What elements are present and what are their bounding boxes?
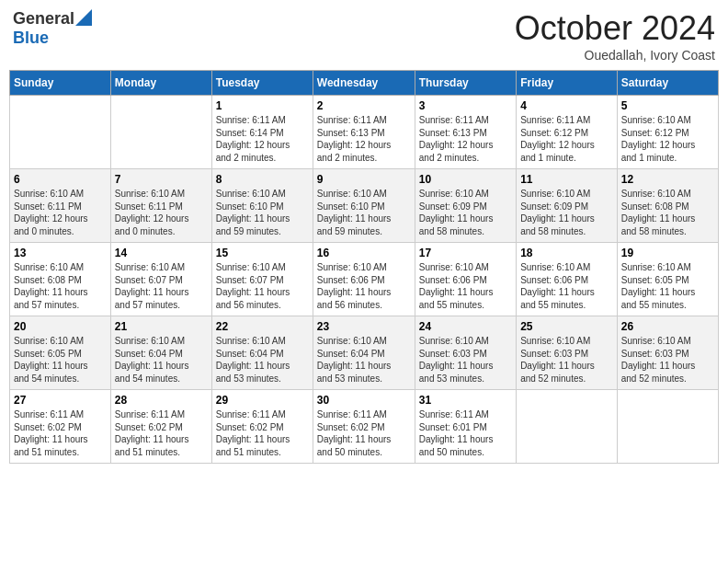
calendar-cell: 19Sunrise: 6:10 AMSunset: 6:05 PMDayligh… bbox=[617, 243, 718, 316]
day-detail: Sunrise: 6:10 AMSunset: 6:03 PMDaylight:… bbox=[621, 335, 714, 385]
calendar-table: SundayMondayTuesdayWednesdayThursdayFrid… bbox=[9, 70, 719, 464]
day-number: 25 bbox=[520, 320, 613, 333]
day-number: 30 bbox=[317, 394, 411, 407]
calendar-cell: 22Sunrise: 6:10 AMSunset: 6:04 PMDayligh… bbox=[211, 316, 313, 390]
calendar-week-3: 13Sunrise: 6:10 AMSunset: 6:08 PMDayligh… bbox=[10, 243, 719, 316]
month-title: October 2024 bbox=[515, 9, 715, 48]
calendar-cell: 13Sunrise: 6:10 AMSunset: 6:08 PMDayligh… bbox=[10, 243, 111, 316]
day-header-sunday: Sunday bbox=[10, 71, 111, 96]
day-detail: Sunrise: 6:11 AMSunset: 6:12 PMDaylight:… bbox=[520, 114, 613, 164]
day-detail: Sunrise: 6:11 AMSunset: 6:01 PMDaylight:… bbox=[419, 408, 512, 458]
calendar-cell: 20Sunrise: 6:10 AMSunset: 6:05 PMDayligh… bbox=[10, 316, 111, 390]
day-detail: Sunrise: 6:10 AMSunset: 6:09 PMDaylight:… bbox=[520, 188, 613, 237]
logo: General Blue bbox=[13, 9, 92, 48]
day-header-thursday: Thursday bbox=[415, 71, 516, 96]
location-subtitle: Ouedallah, Ivory Coast bbox=[515, 48, 715, 63]
day-number: 11 bbox=[520, 173, 613, 186]
calendar-cell: 7Sunrise: 6:10 AMSunset: 6:11 PMDaylight… bbox=[110, 169, 211, 243]
day-number: 2 bbox=[317, 99, 411, 112]
day-number: 12 bbox=[621, 173, 714, 186]
calendar-cell: 26Sunrise: 6:10 AMSunset: 6:03 PMDayligh… bbox=[617, 316, 718, 390]
day-number: 16 bbox=[317, 247, 411, 259]
calendar-cell: 12Sunrise: 6:10 AMSunset: 6:08 PMDayligh… bbox=[617, 169, 718, 243]
logo-blue-text: Blue bbox=[13, 29, 49, 48]
calendar-cell: 28Sunrise: 6:11 AMSunset: 6:02 PMDayligh… bbox=[110, 390, 211, 464]
day-detail: Sunrise: 6:10 AMSunset: 6:08 PMDaylight:… bbox=[14, 261, 107, 311]
day-detail: Sunrise: 6:11 AMSunset: 6:02 PMDaylight:… bbox=[115, 408, 208, 458]
day-number: 6 bbox=[14, 173, 107, 186]
day-detail: Sunrise: 6:11 AMSunset: 6:02 PMDaylight:… bbox=[317, 408, 411, 458]
calendar-cell: 31Sunrise: 6:11 AMSunset: 6:01 PMDayligh… bbox=[415, 390, 516, 464]
day-number: 31 bbox=[419, 394, 512, 407]
calendar-cell: 15Sunrise: 6:10 AMSunset: 6:07 PMDayligh… bbox=[211, 243, 313, 316]
day-detail: Sunrise: 6:10 AMSunset: 6:08 PMDaylight:… bbox=[621, 188, 714, 237]
calendar-cell: 1Sunrise: 6:11 AMSunset: 6:14 PMDaylight… bbox=[211, 96, 313, 169]
calendar-header-row: SundayMondayTuesdayWednesdayThursdayFrid… bbox=[10, 71, 719, 96]
day-detail: Sunrise: 6:10 AMSunset: 6:05 PMDaylight:… bbox=[621, 261, 714, 311]
day-detail: Sunrise: 6:10 AMSunset: 6:07 PMDaylight:… bbox=[115, 261, 208, 311]
title-block: October 2024 Ouedallah, Ivory Coast bbox=[515, 9, 715, 63]
day-header-friday: Friday bbox=[517, 71, 618, 96]
calendar-cell: 5Sunrise: 6:10 AMSunset: 6:12 PMDaylight… bbox=[617, 96, 718, 169]
day-detail: Sunrise: 6:10 AMSunset: 6:06 PMDaylight:… bbox=[317, 261, 411, 311]
day-number: 9 bbox=[317, 173, 411, 186]
calendar-cell: 4Sunrise: 6:11 AMSunset: 6:12 PMDaylight… bbox=[517, 96, 618, 169]
day-detail: Sunrise: 6:10 AMSunset: 6:12 PMDaylight:… bbox=[621, 114, 714, 164]
day-detail: Sunrise: 6:10 AMSunset: 6:05 PMDaylight:… bbox=[14, 335, 107, 385]
day-detail: Sunrise: 6:10 AMSunset: 6:03 PMDaylight:… bbox=[419, 335, 512, 385]
page-header: General Blue October 2024 Ouedallah, Ivo… bbox=[9, 9, 719, 63]
calendar-cell: 9Sunrise: 6:10 AMSunset: 6:10 PMDaylight… bbox=[313, 169, 415, 243]
calendar-cell: 16Sunrise: 6:10 AMSunset: 6:06 PMDayligh… bbox=[313, 243, 415, 316]
day-detail: Sunrise: 6:10 AMSunset: 6:03 PMDaylight:… bbox=[520, 335, 613, 385]
day-detail: Sunrise: 6:10 AMSunset: 6:04 PMDaylight:… bbox=[216, 335, 309, 385]
calendar-cell bbox=[110, 96, 211, 169]
calendar-cell: 25Sunrise: 6:10 AMSunset: 6:03 PMDayligh… bbox=[517, 316, 618, 390]
day-header-saturday: Saturday bbox=[617, 71, 718, 96]
day-number: 21 bbox=[115, 320, 208, 333]
day-number: 19 bbox=[621, 247, 714, 259]
calendar-cell: 11Sunrise: 6:10 AMSunset: 6:09 PMDayligh… bbox=[517, 169, 618, 243]
day-number: 7 bbox=[115, 173, 208, 186]
calendar-body: 1Sunrise: 6:11 AMSunset: 6:14 PMDaylight… bbox=[10, 96, 719, 464]
calendar-cell: 18Sunrise: 6:10 AMSunset: 6:06 PMDayligh… bbox=[517, 243, 618, 316]
day-number: 4 bbox=[520, 99, 613, 112]
day-detail: Sunrise: 6:10 AMSunset: 6:10 PMDaylight:… bbox=[317, 188, 411, 237]
logo-general-text: General bbox=[13, 9, 74, 29]
calendar-cell: 30Sunrise: 6:11 AMSunset: 6:02 PMDayligh… bbox=[313, 390, 415, 464]
day-header-monday: Monday bbox=[110, 71, 211, 96]
day-detail: Sunrise: 6:11 AMSunset: 6:02 PMDaylight:… bbox=[14, 408, 107, 458]
calendar-cell: 27Sunrise: 6:11 AMSunset: 6:02 PMDayligh… bbox=[10, 390, 111, 464]
calendar-cell: 6Sunrise: 6:10 AMSunset: 6:11 PMDaylight… bbox=[10, 169, 111, 243]
day-number: 15 bbox=[216, 247, 309, 259]
calendar-cell: 29Sunrise: 6:11 AMSunset: 6:02 PMDayligh… bbox=[211, 390, 313, 464]
calendar-cell bbox=[617, 390, 718, 464]
day-detail: Sunrise: 6:10 AMSunset: 6:11 PMDaylight:… bbox=[115, 188, 208, 237]
day-number: 8 bbox=[216, 173, 309, 186]
calendar-cell: 24Sunrise: 6:10 AMSunset: 6:03 PMDayligh… bbox=[415, 316, 516, 390]
day-number: 17 bbox=[419, 247, 512, 259]
calendar-cell bbox=[517, 390, 618, 464]
day-number: 20 bbox=[14, 320, 107, 333]
day-detail: Sunrise: 6:10 AMSunset: 6:04 PMDaylight:… bbox=[115, 335, 208, 385]
day-number: 13 bbox=[14, 247, 107, 259]
calendar-week-4: 20Sunrise: 6:10 AMSunset: 6:05 PMDayligh… bbox=[10, 316, 719, 390]
logo-icon bbox=[75, 9, 92, 26]
day-number: 22 bbox=[216, 320, 309, 333]
day-detail: Sunrise: 6:11 AMSunset: 6:14 PMDaylight:… bbox=[216, 114, 309, 164]
day-number: 27 bbox=[14, 394, 107, 407]
day-detail: Sunrise: 6:10 AMSunset: 6:06 PMDaylight:… bbox=[520, 261, 613, 311]
calendar-week-5: 27Sunrise: 6:11 AMSunset: 6:02 PMDayligh… bbox=[10, 390, 719, 464]
calendar-cell: 23Sunrise: 6:10 AMSunset: 6:04 PMDayligh… bbox=[313, 316, 415, 390]
calendar-cell: 2Sunrise: 6:11 AMSunset: 6:13 PMDaylight… bbox=[313, 96, 415, 169]
day-number: 26 bbox=[621, 320, 714, 333]
calendar-cell: 8Sunrise: 6:10 AMSunset: 6:10 PMDaylight… bbox=[211, 169, 313, 243]
day-detail: Sunrise: 6:10 AMSunset: 6:06 PMDaylight:… bbox=[419, 261, 512, 311]
calendar-cell: 10Sunrise: 6:10 AMSunset: 6:09 PMDayligh… bbox=[415, 169, 516, 243]
calendar-cell: 21Sunrise: 6:10 AMSunset: 6:04 PMDayligh… bbox=[110, 316, 211, 390]
svg-marker-0 bbox=[75, 9, 92, 26]
day-number: 5 bbox=[621, 99, 714, 112]
day-detail: Sunrise: 6:10 AMSunset: 6:09 PMDaylight:… bbox=[419, 188, 512, 237]
day-detail: Sunrise: 6:10 AMSunset: 6:11 PMDaylight:… bbox=[14, 188, 107, 237]
day-number: 3 bbox=[419, 99, 512, 112]
day-number: 23 bbox=[317, 320, 411, 333]
